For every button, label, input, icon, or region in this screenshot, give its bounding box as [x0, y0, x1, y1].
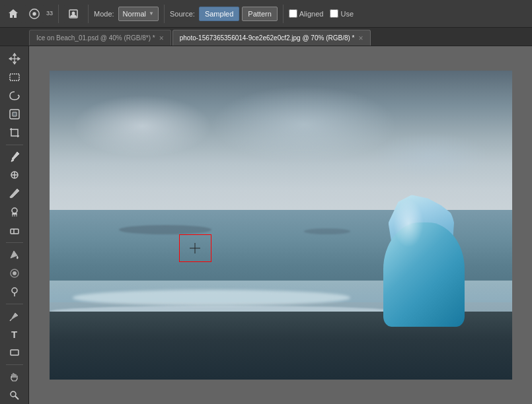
lasso-tool[interactable] — [5, 87, 24, 104]
left-separator-2 — [6, 242, 23, 243]
ice-body — [383, 222, 465, 327]
main-area: T — [0, 46, 532, 404]
separator-2 — [88, 5, 89, 23]
separator-4 — [283, 5, 284, 23]
pen-tool[interactable] — [5, 308, 24, 325]
mode-label: Mode: — [94, 10, 114, 18]
svg-point-9 — [12, 208, 17, 213]
svg-point-15 — [12, 288, 17, 293]
eyedropper-tool[interactable] — [5, 148, 24, 165]
source-pattern-button[interactable]: Pattern — [242, 7, 277, 21]
tab-ice-on-beach[interactable]: Ice on Beach_01.psd @ 40% (RGB/8*) * × — [29, 30, 171, 46]
left-separator-3 — [6, 304, 23, 304]
svg-point-1 — [32, 12, 36, 15]
brush-size-button[interactable] — [25, 5, 44, 23]
tab-photo-label: photo-1567365356014-9ce2e62e0cf2.jpg @ 7… — [180, 34, 355, 42]
use-checkbox-wrap[interactable]: Use — [330, 9, 354, 18]
brush-tool[interactable] — [5, 185, 24, 202]
aligned-checkbox-wrap[interactable]: Aligned — [289, 9, 324, 18]
blur-tool[interactable] — [5, 265, 24, 282]
text-tool[interactable]: T — [5, 325, 24, 343]
use-label: Use — [340, 10, 354, 18]
tab-ice-close[interactable]: × — [159, 34, 164, 42]
cloud-3 — [373, 133, 489, 179]
photo-background — [50, 71, 512, 380]
crop-tool[interactable] — [5, 124, 24, 141]
shape-tool[interactable] — [5, 344, 24, 361]
ice-element — [373, 188, 475, 327]
hand-tool[interactable] — [5, 368, 24, 386]
move-tool[interactable] — [5, 50, 24, 67]
object-select-tool[interactable] — [5, 106, 24, 123]
zoom-tool[interactable] — [5, 387, 24, 404]
left-separator-1 — [6, 145, 23, 145]
svg-line-19 — [15, 396, 19, 399]
source-label: Source: — [170, 10, 195, 18]
home-button[interactable] — [4, 5, 22, 23]
wave-foam-1 — [73, 290, 350, 305]
separator-1 — [58, 5, 59, 23]
tab-bar: Ice on Beach_01.psd @ 40% (RGB/8*) * × p… — [0, 28, 532, 46]
separator-3 — [164, 5, 165, 23]
source-sampled-button[interactable]: Sampled — [199, 7, 239, 21]
canvas-container — [50, 71, 512, 380]
tab-ice-label: Ice on Beach_01.psd @ 40% (RGB/8*) * — [36, 34, 155, 42]
layer-button[interactable] — [64, 5, 83, 23]
photo-canvas — [50, 71, 512, 380]
use-checkbox[interactable] — [330, 9, 338, 18]
clone-stamp-tool[interactable] — [5, 203, 24, 220]
distant-land-2 — [304, 228, 350, 234]
select-rect-tool[interactable] — [5, 69, 24, 86]
svg-point-18 — [11, 391, 16, 397]
cloud-2 — [211, 86, 397, 163]
dodge-tool[interactable] — [5, 283, 24, 300]
mode-dropdown-arrow: ▼ — [149, 11, 154, 17]
tab-photo[interactable]: photo-1567365356014-9ce2e62e0cf2.jpg @ 7… — [172, 30, 371, 46]
brush-size-value: 33 — [46, 11, 53, 17]
cloud-1 — [73, 95, 211, 157]
svg-rect-11 — [11, 229, 19, 234]
svg-rect-10 — [12, 213, 17, 215]
svg-point-14 — [13, 271, 17, 275]
svg-rect-6 — [10, 74, 19, 81]
top-toolbar: 33 Mode: Normal ▼ Source: Sampled Patter… — [0, 0, 532, 28]
aligned-checkbox[interactable] — [289, 9, 297, 18]
tab-photo-close[interactable]: × — [359, 34, 363, 42]
eraser-tool[interactable] — [5, 222, 24, 239]
canvas-area[interactable] — [29, 46, 532, 404]
left-separator-4 — [6, 364, 23, 365]
left-toolbar: T — [0, 46, 29, 404]
svg-rect-17 — [11, 350, 19, 355]
distant-land-1 — [119, 225, 211, 234]
mode-dropdown[interactable]: Normal ▼ — [118, 7, 159, 21]
heal-tool[interactable] — [5, 166, 24, 184]
aligned-label: Aligned — [299, 10, 324, 18]
paint-bucket-tool[interactable] — [5, 246, 24, 263]
svg-point-3 — [72, 11, 75, 15]
